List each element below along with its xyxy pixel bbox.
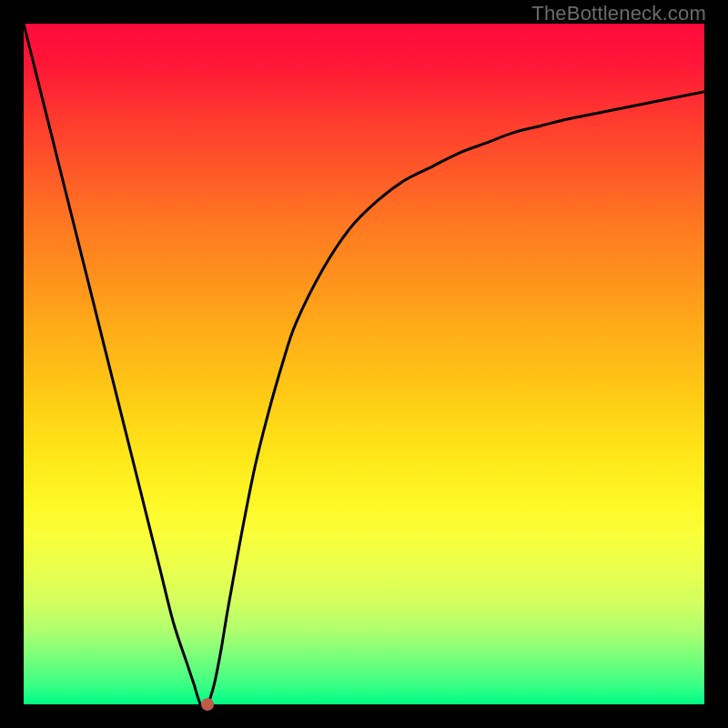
- watermark-text: TheBottleneck.com: [531, 2, 706, 25]
- plot-area: [24, 24, 704, 704]
- chart-frame: TheBottleneck.com: [0, 0, 728, 728]
- bottleneck-curve: [24, 24, 704, 704]
- minimum-point: [201, 698, 214, 711]
